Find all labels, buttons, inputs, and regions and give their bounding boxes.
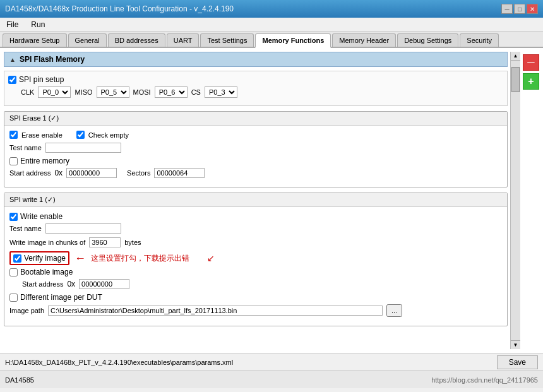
spi-write-panel: SPI write 1 (✓) Write enable Test name W… <box>4 193 508 326</box>
entire-memory-row: Entire memory <box>9 157 502 165</box>
erase-enable-label: Erase enable <box>21 131 63 139</box>
verify-image-checkbox[interactable] <box>13 254 21 263</box>
spi-flash-title: SPI Flash Memory <box>20 55 85 64</box>
spi-pin-setup-panel: SPI pin setup CLK P0_0 MISO P0_5 MOSI P0… <box>4 71 508 106</box>
tab-hardware-setup[interactable]: Hardware Setup <box>3 33 67 47</box>
check-empty-label: Check empty <box>88 131 129 139</box>
scrollbar-track <box>511 61 520 340</box>
spi-erase-panel: SPI Erase 1 (✓) Erase enable Check empty… <box>4 111 508 187</box>
minimize-button[interactable]: ─ <box>501 4 513 14</box>
erase-start-addr-label: Start address <box>9 169 51 177</box>
different-image-label: Different image per DUT <box>20 293 102 302</box>
tab-bd-addresses[interactable]: BD addresses <box>108 33 165 47</box>
check-empty-checkbox[interactable] <box>76 131 85 139</box>
write-chunk-input[interactable] <box>89 237 121 247</box>
red-arrow-icon: ↙ <box>207 253 215 263</box>
image-path-label: Image path <box>9 307 44 314</box>
sectors-label: Sectors <box>127 169 150 177</box>
spi-flash-header: ▲ SPI Flash Memory <box>4 52 508 67</box>
different-image-row: Different image per DUT <box>9 293 502 302</box>
write-test-name-label: Test name <box>9 225 42 232</box>
entire-memory-label: Entire memory <box>20 157 69 165</box>
content-area: ▲ SPI Flash Memory SPI pin setup CLK P0_… <box>4 52 508 349</box>
spi-erase-title: SPI Erase 1 (✓) <box>4 112 507 126</box>
verify-image-container: Verify image <box>9 251 69 265</box>
miso-select[interactable]: P0_5 <box>97 86 129 98</box>
menu-file[interactable]: File <box>3 19 22 30</box>
erase-start-addr-prefix: 0x <box>54 169 63 177</box>
cs-select[interactable]: P0_3 <box>205 86 237 98</box>
bytes-label: bytes <box>124 239 141 246</box>
annotation-arrow-icon: ← <box>75 252 86 265</box>
main-content: ▲ SPI Flash Memory SPI pin setup CLK P0_… <box>0 48 543 353</box>
sectors-input[interactable] <box>154 168 205 178</box>
annotation-text: 这里设置打勾，下载提示出错 <box>91 253 189 264</box>
scroll-up-button[interactable]: ▲ <box>511 52 520 61</box>
clk-label: CLK <box>21 88 34 96</box>
write-test-name-input[interactable] <box>45 223 121 234</box>
window-controls: ─ □ ✕ <box>501 4 538 14</box>
tab-memory-header[interactable]: Memory Header <box>332 33 396 47</box>
tab-uart[interactable]: UART <box>167 33 200 47</box>
erase-test-name-label: Test name <box>9 144 42 151</box>
save-button[interactable]: Save <box>497 355 538 369</box>
scroll-down-button[interactable]: ▼ <box>511 340 520 349</box>
side-action-buttons: ─ + <box>523 52 539 349</box>
write-enable-checkbox[interactable] <box>9 213 18 221</box>
write-start-addr-row: Start address 0x <box>9 279 502 289</box>
mosi-label: MOSI <box>133 88 151 96</box>
spi-pin-setup-label: SPI pin setup <box>19 75 64 84</box>
bootable-image-checkbox[interactable] <box>9 268 18 276</box>
title-bar: DA1458x/DA1468x Production Line Tool Con… <box>0 0 543 18</box>
miso-label: MISO <box>75 88 92 96</box>
erase-enable-checkbox[interactable] <box>9 131 18 139</box>
verify-image-row: Verify image ← 这里设置打勾，下载提示出错 ↙ <box>9 251 502 265</box>
scrollbar[interactable]: ▲ ▼ <box>510 52 520 349</box>
maximize-button[interactable]: □ <box>514 4 525 14</box>
tab-memory-functions[interactable]: Memory Functions <box>255 33 331 48</box>
write-test-name-row: Test name <box>9 223 502 234</box>
menu-bar: File Run <box>0 18 543 32</box>
tab-debug-settings[interactable]: Debug Settings <box>397 33 458 47</box>
remove-button[interactable]: ─ <box>523 54 539 71</box>
menu-run[interactable]: Run <box>27 19 49 30</box>
write-start-addr-input[interactable] <box>79 279 129 289</box>
image-path-input[interactable] <box>48 306 383 316</box>
erase-addr-row: Start address 0x Sectors <box>9 168 502 178</box>
entire-memory-checkbox[interactable] <box>9 157 18 165</box>
tab-general[interactable]: General <box>68 33 107 47</box>
clk-select[interactable]: P0_0 <box>38 86 71 98</box>
write-chunk-row: Write image in chunks of bytes <box>9 237 502 247</box>
image-path-row: Image path ... <box>9 304 502 317</box>
erase-test-name-row: Test name <box>9 143 502 153</box>
write-start-addr-prefix: 0x <box>67 280 75 288</box>
erase-start-addr-input[interactable] <box>66 168 117 178</box>
bottom-bar: DA14585 https://blog.csdn.net/qq_2411796… <box>0 371 543 388</box>
write-enable-label: Write enable <box>20 212 63 221</box>
status-bar: H:\DA1458x_DA1468x_PLT_v_4.2.4.190\execu… <box>0 353 543 371</box>
website-url: https://blog.csdn.net/qq_24117965 <box>431 376 538 384</box>
tabs-bar: Hardware Setup General BD addresses UART… <box>0 32 543 48</box>
scrollbar-thumb[interactable] <box>511 67 520 92</box>
write-image-label: Write image in chunks of <box>9 239 85 246</box>
browse-button[interactable]: ... <box>386 304 402 317</box>
bootable-image-row: Bootable image <box>9 268 502 276</box>
verify-image-label: Verify image <box>24 254 66 263</box>
write-start-addr-label: Start address <box>22 280 63 288</box>
spi-pin-setup-checkbox[interactable] <box>8 76 16 84</box>
erase-test-name-input[interactable] <box>45 143 121 153</box>
window-title: DA1458x/DA1468x Production Line Tool Con… <box>5 4 234 13</box>
tab-security[interactable]: Security <box>460 33 499 47</box>
device-model: DA14585 <box>5 376 34 384</box>
status-path: H:\DA1458x_DA1468x_PLT_v_4.2.4.190\execu… <box>5 359 233 366</box>
spi-write-title: SPI write 1 (✓) <box>4 193 507 207</box>
write-enable-row: Write enable <box>9 212 502 221</box>
tab-test-settings[interactable]: Test Settings <box>200 33 254 47</box>
different-image-checkbox[interactable] <box>9 294 18 302</box>
add-button[interactable]: + <box>523 73 539 90</box>
close-button[interactable]: ✕ <box>527 4 538 14</box>
cs-label: CS <box>191 88 201 96</box>
mosi-select[interactable]: P0_6 <box>155 86 188 98</box>
erase-options-row: Erase enable Check empty <box>9 131 502 139</box>
spi-pin-setup-row: SPI pin setup <box>8 75 503 84</box>
